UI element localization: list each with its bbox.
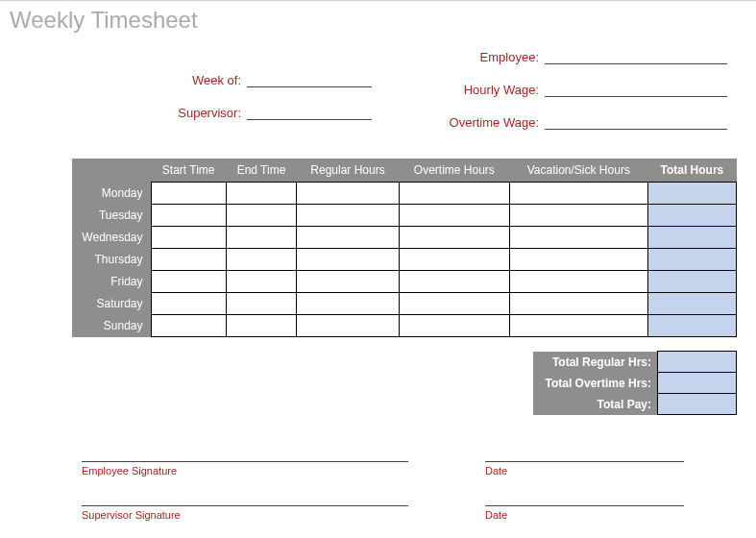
tue-regular[interactable] — [297, 205, 400, 227]
total-pay-value — [658, 394, 737, 415]
page-title: Weekly Timesheet — [0, 1, 756, 36]
employee-date-line[interactable] — [485, 461, 684, 462]
overtime-wage-label: Overtime Wage: — [410, 115, 545, 130]
day-tuesday: Tuesday — [72, 205, 151, 227]
day-saturday: Saturday — [72, 293, 151, 315]
tue-total — [647, 205, 736, 227]
mon-vacation[interactable] — [509, 183, 647, 205]
tue-end[interactable] — [226, 205, 296, 227]
col-regular: Regular Hours — [297, 159, 400, 183]
employee-label: Employee: — [410, 50, 545, 64]
supervisor-date-label: Date — [485, 509, 684, 521]
row-tuesday: Tuesday — [72, 205, 737, 227]
thu-overtime[interactable] — [399, 249, 509, 271]
tue-vacation[interactable] — [509, 205, 647, 227]
header-fields: Week of: Supervisor: Employee: Hourly Wa… — [0, 36, 756, 151]
supervisor-label: Supervisor: — [132, 106, 247, 120]
hourly-wage-input[interactable] — [545, 80, 727, 97]
sat-regular[interactable] — [297, 293, 400, 315]
fri-start[interactable] — [151, 271, 226, 293]
day-monday: Monday — [72, 183, 151, 205]
employee-signature-line[interactable] — [82, 461, 408, 462]
thu-start[interactable] — [151, 249, 226, 271]
timesheet-table: Start Time End Time Regular Hours Overti… — [72, 159, 737, 337]
supervisor-signature-label: Supervisor Signature — [82, 509, 408, 521]
sat-vacation[interactable] — [509, 293, 647, 315]
header-corner — [72, 159, 151, 183]
fri-end[interactable] — [226, 271, 296, 293]
supervisor-input[interactable] — [247, 103, 372, 120]
day-thursday: Thursday — [72, 249, 151, 271]
fri-overtime[interactable] — [399, 271, 509, 293]
supervisor-signature-line[interactable] — [82, 505, 408, 506]
tue-start[interactable] — [151, 205, 226, 227]
wed-end[interactable] — [226, 227, 296, 249]
wed-start[interactable] — [151, 227, 226, 249]
employee-input[interactable] — [545, 47, 727, 64]
total-pay-label: Total Pay: — [533, 394, 658, 415]
day-friday: Friday — [72, 271, 151, 293]
mon-regular[interactable] — [297, 183, 400, 205]
thu-end[interactable] — [226, 249, 296, 271]
wed-overtime[interactable] — [399, 227, 509, 249]
overtime-wage-input[interactable] — [545, 112, 727, 130]
col-total: Total Hours — [647, 159, 736, 183]
total-overtime-value — [658, 373, 737, 394]
fri-total — [647, 271, 736, 293]
sun-total — [647, 315, 736, 337]
mon-total — [647, 183, 736, 205]
col-overtime: Overtime Hours — [399, 159, 509, 183]
sat-start[interactable] — [151, 293, 226, 315]
col-vacation: Vacation/Sick Hours — [509, 159, 647, 183]
sun-regular[interactable] — [297, 315, 400, 337]
sat-end[interactable] — [226, 293, 296, 315]
day-sunday: Sunday — [72, 315, 151, 337]
total-overtime-label: Total Overtime Hrs: — [533, 373, 658, 394]
fri-regular[interactable] — [297, 271, 400, 293]
summary-table: Total Regular Hrs: Total Overtime Hrs: T… — [533, 351, 738, 415]
employee-date-label: Date — [485, 465, 684, 477]
row-monday: Monday — [72, 183, 737, 205]
row-thursday: Thursday — [72, 249, 737, 271]
col-end: End Time — [226, 159, 296, 183]
tue-overtime[interactable] — [399, 205, 509, 227]
fri-vacation[interactable] — [509, 271, 647, 293]
sat-overtime[interactable] — [399, 293, 509, 315]
mon-overtime[interactable] — [399, 183, 509, 205]
mon-start[interactable] — [151, 183, 226, 205]
mon-end[interactable] — [226, 183, 296, 205]
wed-total — [647, 227, 736, 249]
wed-vacation[interactable] — [509, 227, 647, 249]
row-saturday: Saturday — [72, 293, 737, 315]
row-friday: Friday — [72, 271, 737, 293]
week-of-input[interactable] — [247, 70, 372, 87]
employee-signature-label: Employee Signature — [82, 465, 408, 477]
row-wednesday: Wednesday — [72, 227, 737, 249]
total-regular-value — [658, 352, 737, 373]
thu-vacation[interactable] — [509, 249, 647, 271]
sun-end[interactable] — [226, 315, 296, 337]
sat-total — [647, 293, 736, 315]
hourly-wage-label: Hourly Wage: — [410, 83, 545, 97]
wed-regular[interactable] — [297, 227, 400, 249]
row-sunday: Sunday — [72, 315, 737, 337]
sun-start[interactable] — [151, 315, 226, 337]
week-of-label: Week of: — [132, 73, 247, 87]
col-start: Start Time — [151, 159, 226, 183]
sun-vacation[interactable] — [509, 315, 647, 337]
supervisor-date-line[interactable] — [485, 505, 684, 506]
total-regular-label: Total Regular Hrs: — [533, 352, 658, 373]
day-wednesday: Wednesday — [72, 227, 151, 249]
thu-total — [647, 249, 736, 271]
thu-regular[interactable] — [297, 249, 400, 271]
sun-overtime[interactable] — [399, 315, 509, 337]
